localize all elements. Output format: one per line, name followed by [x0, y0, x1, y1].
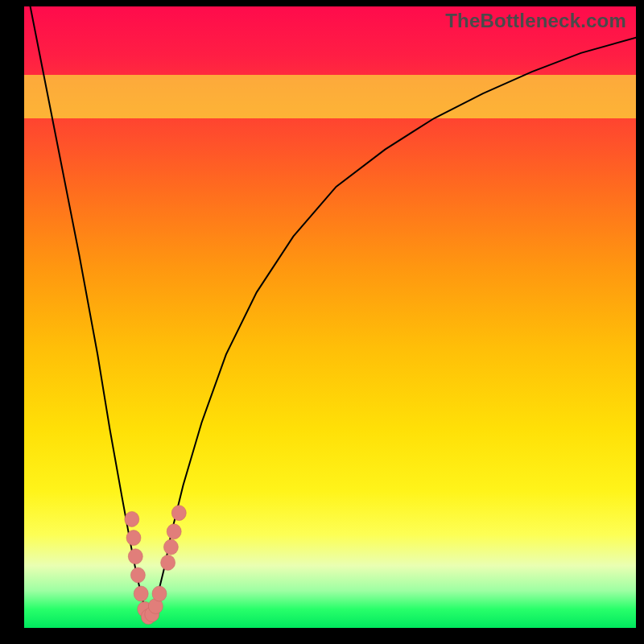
bottleneck-curve: [24, 6, 636, 616]
watermark-text: TheBottleneck.com: [445, 10, 626, 32]
chart-frame: TheBottleneck.com: [24, 6, 636, 628]
data-point-marker: [171, 506, 186, 521]
data-point-marker: [128, 549, 142, 564]
chart-svg: [24, 6, 636, 628]
data-point-marker: [125, 511, 139, 526]
data-point-marker: [130, 568, 145, 583]
curve-layer: [24, 6, 636, 616]
data-point-marker: [167, 524, 181, 539]
data-point-marker: [163, 539, 178, 555]
data-point-marker: [152, 586, 167, 601]
data-point-marker: [161, 555, 175, 570]
data-point-marker: [126, 530, 141, 546]
data-point-marker: [134, 586, 148, 601]
marker-layer: [125, 506, 187, 625]
